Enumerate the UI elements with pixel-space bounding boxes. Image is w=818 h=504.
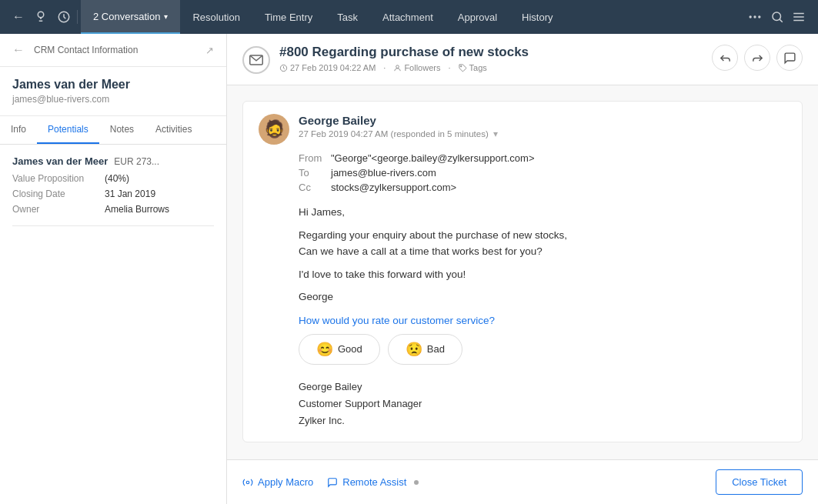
ticket-header-right (712, 45, 803, 71)
apply-macro-button[interactable]: Apply Macro (242, 476, 313, 488)
contact-info: James van der Meer james@blue-rivers.com (0, 67, 226, 116)
remote-assist-dot (414, 480, 419, 485)
collapse-icon[interactable]: ▾ (493, 129, 498, 139)
message-para1: Regarding your enquiry about the purchas… (299, 227, 786, 260)
sig-company: Zylker Inc. (299, 412, 786, 429)
left-panel-header: ← CRM Contact Information ↗ (0, 34, 226, 67)
potential-field-owner: Owner Amelia Burrows (12, 204, 214, 215)
potential-item: James van der Meer EUR 273... Value Prop… (12, 155, 214, 215)
svg-line-8 (780, 19, 782, 22)
message-cc-row: Cc stocks@zylkersupport.com> (299, 182, 786, 193)
search-icon[interactable] (770, 10, 784, 24)
bad-emoji: 😟 (406, 341, 422, 358)
ticket-separator2: · (448, 63, 450, 72)
ticket-meta: 27 Feb 2019 04:22 AM · Followers · Tags (279, 63, 529, 72)
external-link-icon[interactable]: ↗ (205, 45, 214, 56)
left-panel-title: CRM Contact Information (34, 45, 138, 55)
message-card: 🧔 George Bailey 27 Feb 2019 04:27 AM (re… (242, 101, 803, 442)
email-icon (242, 46, 270, 74)
remote-assist-button[interactable]: Remote Assist (327, 476, 419, 488)
nav-left-icons: ← (6, 10, 78, 24)
sig-name: George Bailey (299, 379, 786, 396)
main-layout: ← CRM Contact Information ↗ James van de… (0, 34, 818, 504)
potential-name: James van der Meer (12, 155, 108, 167)
tab-info[interactable]: Info (0, 116, 37, 144)
ticket-separator: · (383, 63, 386, 72)
bottom-bar: Apply Macro Remote Assist Close Ticket (227, 459, 818, 504)
good-emoji: 😊 (316, 341, 333, 358)
potentials-content: James van der Meer EUR 273... Value Prop… (0, 145, 226, 504)
message-sender-row: 🧔 George Bailey 27 Feb 2019 04:27 AM (re… (243, 102, 802, 152)
ticket-clock-icon: 27 Feb 2019 04:22 AM (279, 63, 376, 72)
potential-field-closing-date: Closing Date 31 Jan 2019 (12, 189, 214, 199)
sender-time: 27 Feb 2019 04:27 AM (responded in 5 min… (299, 129, 786, 139)
ticket-subject: #800 Regarding purchase of new stocks (279, 45, 529, 60)
tab-resolution[interactable]: Resolution (180, 0, 252, 34)
left-panel: ← CRM Contact Information ↗ James van de… (0, 34, 227, 504)
ticket-header-left: #800 Regarding purchase of new stocks 27… (242, 45, 529, 74)
svg-point-15 (460, 65, 461, 66)
nav-right-icons (741, 9, 812, 25)
ticket-followers: Followers (393, 63, 440, 72)
potential-name-row: James van der Meer EUR 273... (12, 155, 214, 167)
good-rating-button[interactable]: 😊 Good (299, 334, 380, 365)
message-text: Hi James, Regarding your enquiry about t… (299, 204, 786, 305)
bottom-actions: Apply Macro Remote Assist (242, 476, 419, 488)
back-icon[interactable]: ← (12, 10, 25, 24)
sig-title: Customer Support Manager (299, 396, 786, 412)
close-ticket-button[interactable]: Close Ticket (716, 469, 803, 495)
tab-history[interactable]: History (509, 0, 565, 34)
bad-rating-button[interactable]: 😟 Bad (388, 334, 462, 365)
reply-button[interactable] (712, 45, 738, 71)
message-para2: I'd love to take this forward with you! (299, 266, 786, 283)
left-panel-back-icon[interactable]: ← (12, 43, 25, 57)
conversation-dropdown-arrow: ▾ (164, 12, 168, 21)
potential-field-value-prop: Value Proposition (40%) (12, 173, 214, 184)
note-button[interactable] (776, 45, 803, 71)
tab-notes[interactable]: Notes (99, 116, 145, 144)
bulb-icon[interactable] (34, 10, 48, 24)
svg-point-7 (773, 12, 781, 21)
hamburger-icon[interactable] (792, 10, 806, 24)
svg-point-5 (753, 15, 756, 18)
tab-conversation[interactable]: 2 Conversation ▾ (81, 0, 180, 34)
sender-name: George Bailey (299, 114, 786, 127)
message-area: 🧔 George Bailey 27 Feb 2019 04:27 AM (re… (227, 85, 818, 459)
tab-time-entry[interactable]: Time Entry (252, 0, 325, 34)
clock-icon[interactable] (57, 10, 71, 24)
message-to-row: To james@blue-rivers.com (299, 167, 786, 179)
tab-attachment[interactable]: Attachment (370, 0, 446, 34)
svg-point-0 (38, 12, 44, 18)
svg-point-6 (758, 15, 760, 18)
good-label: Good (338, 343, 362, 355)
tab-activities[interactable]: Activities (145, 116, 202, 144)
ticket-info: #800 Regarding purchase of new stocks 27… (279, 45, 529, 72)
right-panel: #800 Regarding purchase of new stocks 27… (227, 34, 818, 504)
bad-label: Bad (427, 343, 445, 355)
potential-value: EUR 273... (114, 156, 159, 167)
top-navigation: ← 2 Conversation ▾ Resolution Time Entry… (0, 0, 818, 34)
tab-potentials[interactable]: Potentials (37, 116, 99, 144)
message-from-row: From "George"<george.bailey@zylkersuppor… (299, 152, 786, 164)
contact-name: James van der Meer (12, 78, 214, 92)
svg-point-4 (750, 15, 752, 18)
svg-point-14 (396, 65, 399, 68)
sender-avatar: 🧔 (259, 114, 289, 145)
tab-task[interactable]: Task (325, 0, 370, 34)
nav-tabs: 2 Conversation ▾ Resolution Time Entry T… (81, 0, 741, 34)
message-body: From "George"<george.bailey@zylkersuppor… (243, 152, 802, 442)
forward-button[interactable] (744, 45, 770, 71)
panel-tabs: Info Potentials Notes Activities (0, 116, 226, 145)
rating-link[interactable]: How would you rate our customer service? (299, 315, 786, 326)
sender-info: George Bailey 27 Feb 2019 04:27 AM (resp… (299, 114, 786, 139)
ticket-tags: Tags (459, 63, 487, 72)
email-signature: George Bailey Customer Support Manager Z… (299, 379, 786, 429)
ticket-header: #800 Regarding purchase of new stocks 27… (227, 34, 818, 85)
rating-buttons: 😊 Good 😟 Bad (299, 334, 786, 365)
contact-email: james@blue-rivers.com (12, 94, 214, 105)
tab-approval[interactable]: Approval (446, 0, 509, 34)
message-closing: George (299, 289, 786, 305)
more-icon[interactable] (747, 9, 763, 25)
message-greeting: Hi James, (299, 204, 786, 221)
svg-point-16 (246, 481, 249, 484)
